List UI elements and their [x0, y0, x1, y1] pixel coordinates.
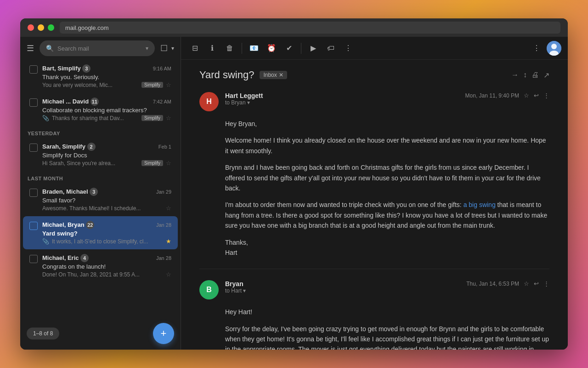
message-date: Mon, Jan 11, 9:40 PM	[465, 92, 519, 99]
page-count: 1–8 of 8	[27, 328, 59, 339]
search-bar[interactable]: 🔍 Search mail ▾	[40, 40, 155, 56]
print-icon[interactable]: 🖨	[531, 71, 539, 80]
email-item[interactable]: Michael, Eric 4 Jan 28 Congrats on the l…	[23, 249, 178, 282]
forward-icon[interactable]: →	[511, 71, 519, 80]
sidebar-header: ☰ 🔍 Search mail ▾ ☐ ▾	[20, 37, 181, 60]
thread-icons: → ↕ 🖨 ↗	[511, 71, 549, 80]
toolbar: ⊟ ℹ 🗑 📧 ⏰ ✔ ▶ 🏷 ⋮ ⋮	[181, 37, 568, 60]
main-area: ⊟ ℹ 🗑 📧 ⏰ ✔ ▶ 🏷 ⋮ ⋮	[181, 37, 568, 350]
simplify-badge: Simplify	[141, 82, 163, 88]
video-icon[interactable]: ▶	[306, 41, 321, 56]
paperclip-icon: 📎	[42, 238, 49, 245]
inbox-label: Inbox	[263, 72, 277, 78]
star-icon[interactable]: ☆	[166, 205, 171, 212]
svg-point-1	[551, 44, 557, 49]
checkbox-select-icon[interactable]: ☐	[160, 43, 168, 53]
search-dropdown-icon[interactable]: ▾	[146, 45, 148, 52]
message-to: to Bryan ▾	[225, 99, 459, 106]
delete-icon[interactable]: 🗑	[222, 41, 237, 56]
sender-name: Sarah, Simplify 2	[42, 143, 96, 151]
info-icon[interactable]: ℹ	[205, 41, 220, 56]
email-item[interactable]: Bart, Simplify 3 9:16 AM Thank you. Seri…	[23, 60, 178, 93]
email-subject: Congrats on the launch!	[42, 263, 171, 270]
message-sender-name-bryan: Bryan	[225, 280, 460, 288]
email-preview: Hi Sarah, Since you're alrea...	[42, 160, 139, 167]
email-checkbox-sarah[interactable]	[29, 144, 38, 152]
message-header-bryan: B Bryan to Hart ▾ Thu, Jan 14, 6:53 PM ☆…	[199, 280, 549, 299]
email-subject: Simplify for Docs	[42, 152, 171, 159]
snooze-icon[interactable]: ⏰	[264, 41, 279, 56]
star-message-icon-bryan[interactable]: ☆	[524, 280, 529, 287]
sender-name: Michael, Eric 4	[42, 254, 89, 262]
compose-fab[interactable]: +	[153, 323, 174, 344]
email-date: Jan 29	[156, 189, 171, 195]
label-icon[interactable]: 🏷	[323, 41, 338, 56]
star-icon[interactable]: ☆	[166, 115, 171, 121]
more-options-icon[interactable]: ⋮	[341, 41, 356, 56]
message-separator	[199, 269, 549, 269]
star-icon[interactable]: ☆	[166, 160, 171, 167]
toolbar-divider-2	[301, 43, 301, 54]
email-list: Bart, Simplify 3 9:16 AM Thank you. Seri…	[20, 60, 181, 317]
email-item[interactable]: Michael, Bryan 22 Jan 28 Yard swing? 📎 I…	[23, 216, 178, 249]
thread-title-bar: Yard swing? Inbox ✕ → ↕ 🖨 ↗	[199, 69, 549, 81]
email-date: Jan 28	[156, 255, 171, 261]
toolbar-more-icon[interactable]: ⋮	[529, 41, 544, 56]
sender-name: Braden, Michael 3	[42, 188, 98, 196]
user-avatar[interactable]	[547, 41, 561, 56]
address-bar[interactable]: mail.google.com	[60, 22, 560, 34]
toolbar-divider	[242, 43, 242, 54]
email-message-hart: H Hart Leggett to Bryan ▾ Mon, Jan 11, 9…	[199, 92, 549, 258]
big-swing-link[interactable]: a big swing	[464, 201, 496, 208]
email-preview: Thanks for sharing that Dav...	[52, 115, 139, 121]
email-checkbox-braden[interactable]	[29, 189, 38, 197]
section-label-yesterday: YESTERDAY	[20, 126, 181, 138]
email-checkbox-michael-david[interactable]	[29, 98, 38, 107]
message-more-icon[interactable]: ⋮	[543, 92, 549, 99]
minimize-button[interactable]	[38, 24, 44, 31]
email-checkbox-michael-bryan[interactable]	[29, 222, 38, 230]
sender-name: Bart, Simplify 3	[42, 64, 90, 73]
menu-icon[interactable]: ☰	[27, 43, 34, 53]
email-preview: Done! On Thu, Jan 28, 2021 at 9:55 A...	[42, 271, 163, 278]
done-icon[interactable]: ✔	[282, 41, 296, 56]
close-button[interactable]	[28, 24, 34, 31]
section-label-last-month: LAST MONTH	[20, 171, 181, 183]
email-checkbox-michael-eric[interactable]	[29, 255, 38, 263]
paperclip-icon: 📎	[42, 115, 49, 121]
thread-subject: Yard swing?	[199, 69, 254, 81]
inbox-close-icon[interactable]: ✕	[279, 72, 283, 78]
message-meta: Hart Leggett to Bryan ▾	[225, 92, 459, 106]
message-header: H Hart Leggett to Bryan ▾ Mon, Jan 11, 9…	[199, 92, 549, 111]
email-date: 9:16 AM	[153, 66, 171, 71]
message-more-icon-bryan[interactable]: ⋮	[543, 280, 549, 287]
email-item[interactable]: Michael ... David 11 7:42 AM Collaborate…	[23, 93, 178, 126]
email-message-bryan: B Bryan to Hart ▾ Thu, Jan 14, 6:53 PM ☆…	[199, 280, 549, 350]
sender-name: Michael, Bryan 22	[42, 221, 94, 229]
email-item[interactable]: Sarah, Simplify 2 Feb 1 Simplify for Doc…	[23, 138, 178, 171]
sender-name: Michael ... David 11	[42, 98, 99, 106]
star-icon[interactable]: ★	[166, 238, 171, 245]
compose-btn-area: ☐ ▾	[160, 43, 174, 53]
archive-icon[interactable]: ⊟	[187, 41, 202, 56]
sender-avatar-hart: H	[199, 92, 219, 111]
simplify-badge: Simplify	[141, 115, 163, 121]
browser-window: mail.google.com ☰ 🔍 Search mail ▾ ☐ ▾	[20, 18, 568, 350]
sender-avatar-bryan: B	[199, 280, 219, 299]
sidebar-footer: 1–8 of 8 +	[20, 317, 181, 350]
spam-icon[interactable]: 📧	[247, 41, 261, 56]
popout-icon[interactable]: ↗	[543, 71, 549, 80]
fullscreen-button[interactable]	[48, 24, 54, 31]
traffic-lights	[28, 24, 54, 31]
reply-icon-bryan[interactable]: ↩	[534, 280, 539, 287]
reply-icon[interactable]: ↩	[534, 92, 539, 99]
star-icon[interactable]: ☆	[166, 81, 171, 88]
star-icon[interactable]: ☆	[166, 271, 171, 278]
email-checkbox-bart[interactable]	[29, 65, 38, 74]
expand-icon[interactable]: ↕	[523, 71, 527, 80]
email-item[interactable]: Braden, Michael 3 Jan 29 Small favor? Aw…	[23, 183, 178, 216]
message-date-bryan: Thu, Jan 14, 6:53 PM	[466, 281, 519, 287]
select-dropdown-icon[interactable]: ▾	[171, 45, 174, 52]
star-message-icon[interactable]: ☆	[524, 92, 529, 99]
inbox-badge: Inbox ✕	[260, 71, 287, 79]
